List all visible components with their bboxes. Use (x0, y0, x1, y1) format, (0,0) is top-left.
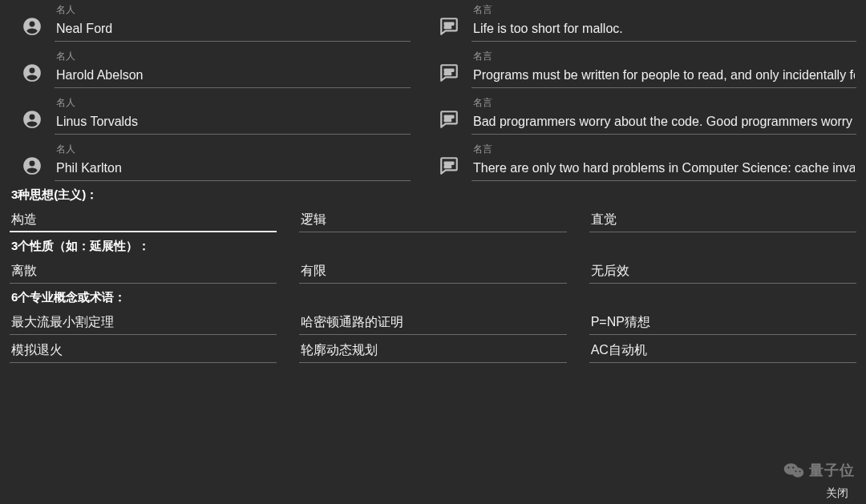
concept-input[interactable] (10, 341, 277, 363)
close-button[interactable]: 关闭 (826, 486, 848, 501)
concept-input[interactable] (299, 341, 566, 363)
concepts-row-2 (10, 341, 856, 363)
section-title-concepts: 6个专业概念或术语： (11, 290, 856, 305)
concept-cell (299, 341, 566, 363)
person-icon (10, 109, 55, 135)
quote-label: 名言 (471, 96, 856, 110)
person-label: 名人 (55, 50, 411, 63)
pair-row: 名人 名言 (10, 0, 856, 42)
person-label: 名人 (55, 143, 411, 156)
person-field: 名人 (10, 0, 411, 42)
svg-point-5 (799, 470, 801, 472)
person-field: 名人 (10, 139, 411, 181)
message-icon (427, 155, 471, 181)
svg-point-3 (792, 466, 794, 468)
thoughts-row (10, 211, 856, 232)
person-input[interactable] (55, 113, 411, 135)
properties-row (10, 262, 856, 284)
thought-cell (299, 211, 566, 232)
message-icon (427, 16, 471, 42)
message-icon (427, 109, 471, 135)
person-label: 名人 (55, 3, 411, 17)
quote-field: 名言 (427, 46, 856, 88)
quote-field: 名言 (427, 0, 856, 42)
quote-field: 名言 (427, 93, 856, 135)
person-field: 名人 (10, 93, 411, 135)
quote-input[interactable] (471, 20, 856, 42)
pair-row: 名人 名言 (10, 139, 856, 181)
thought-cell (589, 211, 856, 232)
concept-input[interactable] (299, 313, 566, 335)
concept-cell (589, 341, 856, 363)
property-input[interactable] (589, 262, 856, 284)
property-input[interactable] (299, 262, 566, 284)
pair-row: 名人 名言 (10, 46, 856, 88)
quote-label: 名言 (471, 50, 856, 63)
person-input[interactable] (55, 20, 411, 42)
person-icon (10, 62, 55, 88)
quote-label: 名言 (471, 3, 856, 17)
person-label: 名人 (55, 96, 411, 110)
person-input[interactable] (55, 159, 411, 181)
person-icon (10, 16, 55, 42)
thought-input[interactable] (299, 211, 566, 232)
watermark: 量子位 (783, 461, 855, 480)
thought-cell (10, 211, 277, 232)
quote-field: 名言 (427, 139, 856, 181)
quote-input[interactable] (471, 67, 856, 88)
svg-point-1 (792, 468, 803, 478)
concept-cell (299, 313, 566, 335)
person-icon (10, 155, 55, 181)
svg-point-0 (784, 463, 798, 474)
person-field: 名人 (10, 46, 411, 88)
person-input[interactable] (55, 67, 411, 88)
svg-point-2 (787, 466, 789, 468)
property-cell (299, 262, 566, 284)
quote-input[interactable] (471, 113, 856, 135)
concepts-row-1 (10, 313, 856, 335)
concept-cell (589, 313, 856, 335)
concept-input[interactable] (10, 313, 277, 335)
watermark-text: 量子位 (809, 461, 855, 480)
section-title-properties: 3个性质（如：延展性）： (11, 239, 856, 254)
concept-cell (10, 341, 277, 363)
quote-input[interactable] (471, 159, 856, 181)
pair-row: 名人 名言 (10, 93, 856, 135)
property-cell (10, 262, 277, 284)
concept-input[interactable] (589, 313, 856, 335)
property-cell (589, 262, 856, 284)
concept-input[interactable] (589, 341, 856, 363)
quote-label: 名言 (471, 143, 856, 156)
property-input[interactable] (10, 262, 277, 284)
thought-input[interactable] (10, 211, 277, 232)
section-title-thoughts: 3种思想(主义)： (11, 187, 856, 203)
quote-rows: 名人 名言 名人 (10, 0, 856, 181)
svg-point-4 (795, 470, 797, 472)
concept-cell (10, 313, 277, 335)
thought-input[interactable] (589, 211, 856, 232)
message-icon (427, 62, 471, 88)
wechat-icon (783, 462, 804, 479)
